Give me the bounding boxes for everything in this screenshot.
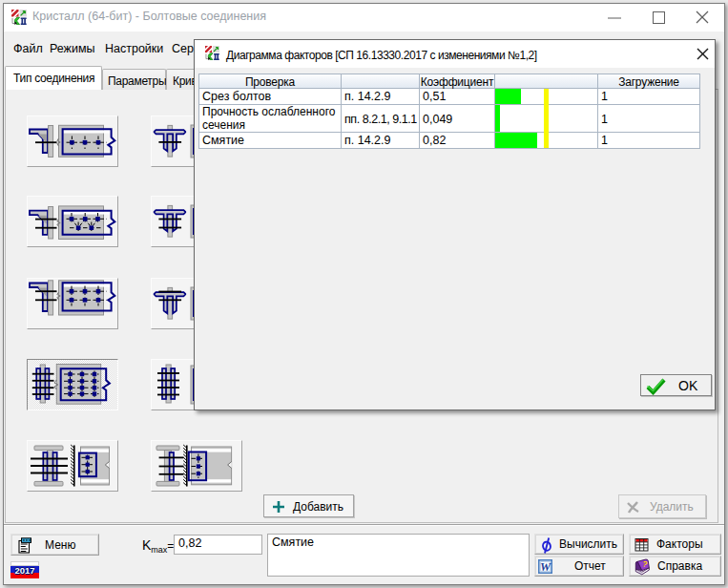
- svg-text:W: W: [540, 560, 551, 574]
